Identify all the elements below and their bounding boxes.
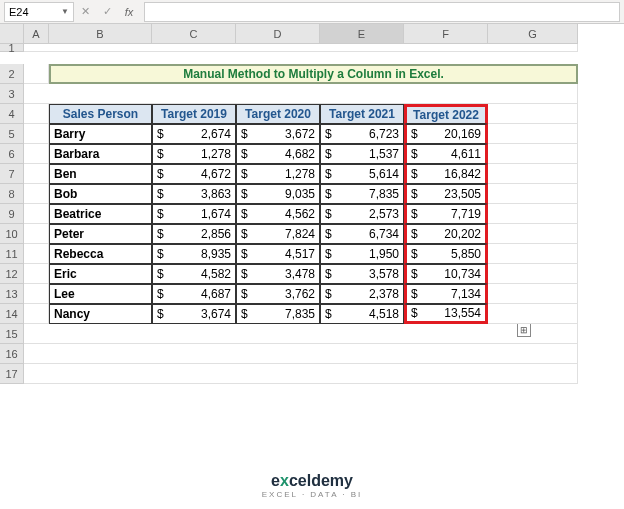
cell[interactable] [24,364,578,384]
target-cell[interactable]: $3,762 [236,284,320,304]
target-cell[interactable]: $9,035 [236,184,320,204]
row-header-9[interactable]: 9 [0,204,24,224]
fx-icon[interactable]: fx [118,2,140,22]
row-header-8[interactable]: 8 [0,184,24,204]
cell[interactable] [24,84,578,104]
cell[interactable] [24,324,578,344]
target-cell[interactable]: $8,935 [152,244,236,264]
row-header-12[interactable]: 12 [0,264,24,284]
target-cell[interactable]: $4,562 [236,204,320,224]
row-header-13[interactable]: 13 [0,284,24,304]
cell[interactable] [24,344,578,364]
target-cell[interactable]: $1,950 [320,244,404,264]
cell[interactable] [488,264,578,284]
sales-person[interactable]: Ben [49,164,152,184]
cell[interactable] [24,204,49,224]
row-header-3[interactable]: 3 [0,84,24,104]
check-icon[interactable]: ✓ [96,2,118,22]
target-cell[interactable]: $3,478 [236,264,320,284]
target-cell[interactable]: $5,614 [320,164,404,184]
row-header-6[interactable]: 6 [0,144,24,164]
cell[interactable] [24,224,49,244]
target-cell[interactable]: $4,518 [320,304,404,324]
target-cell[interactable]: $2,378 [320,284,404,304]
cell[interactable] [24,244,49,264]
row-header-17[interactable]: 17 [0,364,24,384]
target-2022-cell[interactable]: $7,719 [404,204,488,224]
cell[interactable] [24,284,49,304]
cell[interactable] [488,284,578,304]
cell[interactable] [24,164,49,184]
target-cell[interactable]: $1,278 [152,144,236,164]
cell[interactable] [488,204,578,224]
target-2022-cell[interactable]: $20,169 [404,124,488,144]
col-header-A[interactable]: A [24,24,49,44]
target-2022-cell[interactable]: $5,850 [404,244,488,264]
target-cell[interactable]: $2,573 [320,204,404,224]
target-cell[interactable]: $7,835 [236,304,320,324]
cell[interactable] [24,144,49,164]
col-header-C[interactable]: C [152,24,236,44]
target-cell[interactable]: $3,672 [236,124,320,144]
row-header-4[interactable]: 4 [0,104,24,124]
row-header-1[interactable]: 1 [0,44,24,52]
col-header-F[interactable]: F [404,24,488,44]
row-header-10[interactable]: 10 [0,224,24,244]
target-cell[interactable]: $7,835 [320,184,404,204]
cell[interactable] [24,184,49,204]
target-cell[interactable]: $3,863 [152,184,236,204]
col-header-D[interactable]: D [236,24,320,44]
name-box[interactable]: E24 ▼ [4,2,74,22]
row-header-11[interactable]: 11 [0,244,24,264]
formula-input[interactable] [144,2,620,22]
target-cell[interactable]: $7,824 [236,224,320,244]
sales-person[interactable]: Beatrice [49,204,152,224]
target-2022-cell[interactable]: $10,734 [404,264,488,284]
sales-person[interactable]: Nancy [49,304,152,324]
row-header-5[interactable]: 5 [0,124,24,144]
sales-person[interactable]: Eric [49,264,152,284]
target-cell[interactable]: $4,672 [152,164,236,184]
target-cell[interactable]: $6,723 [320,124,404,144]
cancel-icon[interactable]: ✕ [74,2,96,22]
col-header-E[interactable]: E [320,24,404,44]
col-header-G[interactable]: G [488,24,578,44]
target-cell[interactable]: $4,687 [152,284,236,304]
row-header-7[interactable]: 7 [0,164,24,184]
cell[interactable] [24,264,49,284]
target-cell[interactable]: $4,582 [152,264,236,284]
cell[interactable] [488,224,578,244]
row-header-15[interactable]: 15 [0,324,24,344]
cell[interactable] [24,104,49,124]
cell[interactable] [488,244,578,264]
target-cell[interactable]: $4,682 [236,144,320,164]
cell[interactable] [24,124,49,144]
target-cell[interactable]: $1,537 [320,144,404,164]
target-cell[interactable]: $6,734 [320,224,404,244]
cell[interactable] [488,124,578,144]
cell[interactable] [488,104,578,124]
sales-person[interactable]: Barry [49,124,152,144]
target-2022-cell[interactable]: $20,202 [404,224,488,244]
sales-person[interactable]: Peter [49,224,152,244]
target-cell[interactable]: $3,578 [320,264,404,284]
cell[interactable] [488,184,578,204]
cell[interactable] [24,44,578,52]
target-2022-cell[interactable]: $16,842 [404,164,488,184]
target-2022-cell[interactable]: $4,611 [404,144,488,164]
target-cell[interactable]: $1,674 [152,204,236,224]
sales-person[interactable]: Barbara [49,144,152,164]
cell[interactable] [488,144,578,164]
target-cell[interactable]: $2,856 [152,224,236,244]
col-header-B[interactable]: B [49,24,152,44]
cell[interactable] [24,64,49,84]
sales-person[interactable]: Bob [49,184,152,204]
target-cell[interactable]: $1,278 [236,164,320,184]
target-2022-cell[interactable]: $7,134 [404,284,488,304]
row-header-14[interactable]: 14 [0,304,24,324]
target-cell[interactable]: $4,517 [236,244,320,264]
cell[interactable] [24,304,49,324]
sales-person[interactable]: Rebecca [49,244,152,264]
target-cell[interactable]: $3,674 [152,304,236,324]
target-2022-cell[interactable]: $23,505 [404,184,488,204]
